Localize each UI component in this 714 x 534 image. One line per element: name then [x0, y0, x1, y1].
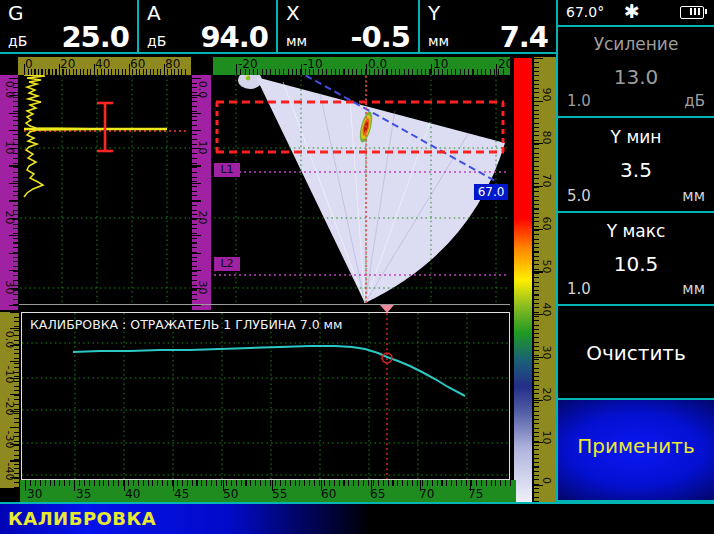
- readout-value: 94.0: [200, 20, 268, 54]
- ruler-label: 50: [223, 488, 238, 500]
- status-cell: 67.0° ✱: [558, 0, 714, 27]
- cal-grid: [22, 313, 509, 479]
- cal-title: КАЛИБРОВКА : ОТРАЖАТЕЛЬ 1 ГЛУБИНА 7.0 мм: [30, 317, 342, 332]
- param-y-max[interactable]: Y макс 10.5 1.0 мм: [558, 214, 714, 306]
- param-step: 1.0: [567, 92, 591, 110]
- freeze-icon: ✱: [624, 0, 640, 22]
- readout-unit: дБ: [147, 33, 166, 49]
- ascan-top-ruler: 0 20 40 60 80: [18, 57, 191, 75]
- readout-label: A: [147, 1, 161, 25]
- readout-unit: дБ: [8, 33, 27, 49]
- status-bar: КАЛИБРОВКА: [0, 504, 714, 534]
- param-unit: дБ: [684, 92, 705, 110]
- ruler-label: 55: [272, 488, 287, 500]
- cal-x-ruler: 30 35 40 45 50 55 60 65 70 75: [20, 480, 516, 503]
- amplitude-ruler: 90 80 70 60 50 40 30 20 10 0: [534, 57, 556, 503]
- readout-value: 25.0: [61, 20, 129, 54]
- param-title: Y мин: [558, 127, 714, 147]
- ruler-label: -20: [3, 397, 16, 417]
- ruler-label: 30: [27, 488, 42, 500]
- ruler-label: -30: [3, 430, 16, 450]
- param-step: 5.0: [567, 187, 591, 205]
- ruler-label: 20: [540, 385, 553, 405]
- readout-label: X: [286, 1, 300, 25]
- layer-label-l1: L1: [214, 163, 240, 177]
- ascan-depth-ruler-left: 0.0 10 20 30: [0, 75, 18, 310]
- ascan-depth-ruler-right: 0.0 10 20 30: [192, 75, 211, 310]
- readout-value: 7.4: [500, 20, 548, 54]
- gate-marker: [97, 103, 113, 151]
- apply-button[interactable]: Применить: [558, 400, 714, 502]
- readout-label: Y: [428, 1, 440, 25]
- ruler-label: 40: [540, 300, 553, 320]
- battery-icon: [680, 6, 704, 19]
- clear-button[interactable]: Очистить: [558, 307, 714, 400]
- param-value: 10.5: [558, 252, 714, 276]
- ruler-label: -40: [3, 462, 16, 482]
- ruler-label: 50: [540, 257, 553, 277]
- ruler-label: 30: [540, 343, 553, 363]
- param-y-min[interactable]: Y мин 3.5 5.0 мм: [558, 120, 714, 213]
- ruler-label: 75: [468, 488, 483, 500]
- ruler-label: 35: [76, 488, 91, 500]
- param-value: 13.0: [558, 65, 714, 89]
- readout-value: -0.5: [351, 20, 410, 54]
- param-title: Усиление: [558, 34, 714, 54]
- ut-device-screen: G дБ 25.0 A дБ 94.0 X мм -0.5 Y мм 7.4 6…: [0, 0, 714, 534]
- readout-y: Y мм 7.4: [420, 0, 556, 52]
- amplitude-colorbar: [514, 58, 532, 502]
- ruler-label: 0.0: [3, 330, 16, 350]
- clear-button-label: Очистить: [558, 341, 714, 365]
- ruler-label: 10: [540, 428, 553, 448]
- ruler-label: 60: [321, 488, 336, 500]
- readout-gain: G дБ 25.0: [0, 0, 137, 52]
- ruler-label: 80: [540, 128, 553, 148]
- ascan-graphics: [19, 75, 191, 304]
- ruler-label: 45: [174, 488, 189, 500]
- plot-bottom-edge: [19, 304, 510, 305]
- readout-unit: мм: [286, 33, 307, 49]
- ruler-label: 70: [419, 488, 434, 500]
- layer-label-l2: L2: [214, 257, 240, 271]
- ruler-label: 90: [540, 85, 553, 105]
- ruler-label: 70: [540, 171, 553, 191]
- ruler-label: 65: [370, 488, 385, 500]
- ruler-label: 0: [540, 471, 553, 491]
- param-gain[interactable]: Усиление 13.0 1.0 дБ: [558, 27, 714, 118]
- param-unit: мм: [682, 280, 705, 298]
- param-unit: мм: [682, 187, 705, 205]
- readout-amplitude: A дБ 94.0: [139, 0, 276, 52]
- sector-top-ruler: -20 -10 0.0 10 20: [213, 57, 510, 75]
- ruler-label: 60: [540, 214, 553, 234]
- ruler-label: -10: [3, 365, 16, 385]
- param-title: Y макс: [558, 221, 714, 241]
- cal-y-ruler: 0.0 -10 -20 -30 -40: [0, 312, 19, 488]
- apply-button-label: Применить: [558, 434, 714, 458]
- cal-graphics: [21, 312, 510, 480]
- apex-marker: [380, 305, 394, 313]
- beam-angle-badge: 67.0: [474, 184, 508, 200]
- readout-label: G: [8, 1, 24, 25]
- param-step: 1.0: [567, 280, 591, 298]
- readout-x: X мм -0.5: [278, 0, 418, 52]
- param-value: 3.5: [558, 158, 714, 182]
- ruler-label: 40: [125, 488, 140, 500]
- readout-unit: мм: [428, 33, 449, 49]
- sector-graphics: [213, 75, 510, 304]
- mode-label: КАЛИБРОВКА: [8, 508, 156, 529]
- probe-angle-readout: 67.0°: [566, 4, 604, 20]
- top-bar-border: [0, 52, 557, 54]
- cal-curve: [73, 346, 465, 396]
